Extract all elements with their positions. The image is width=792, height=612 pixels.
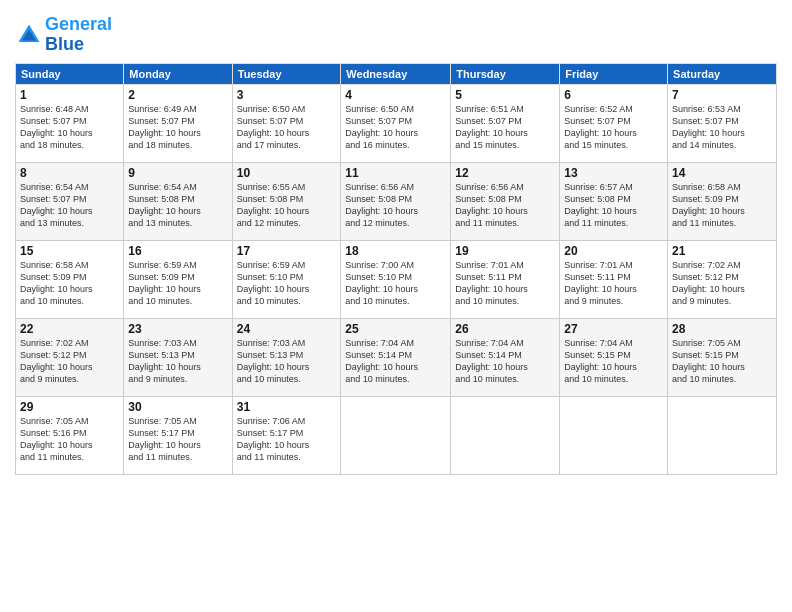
day-detail: Sunrise: 7:04 AM Sunset: 5:14 PM Dayligh… <box>345 337 446 386</box>
day-detail: Sunrise: 6:57 AM Sunset: 5:08 PM Dayligh… <box>564 181 663 230</box>
day-detail: Sunrise: 7:05 AM Sunset: 5:17 PM Dayligh… <box>128 415 227 464</box>
day-number: 23 <box>128 322 227 336</box>
calendar-cell <box>341 396 451 474</box>
calendar-cell: 21Sunrise: 7:02 AM Sunset: 5:12 PM Dayli… <box>668 240 777 318</box>
day-number: 25 <box>345 322 446 336</box>
calendar-cell <box>668 396 777 474</box>
day-detail: Sunrise: 6:59 AM Sunset: 5:10 PM Dayligh… <box>237 259 337 308</box>
day-number: 9 <box>128 166 227 180</box>
day-number: 22 <box>20 322 119 336</box>
logo: General Blue <box>15 15 112 55</box>
day-number: 30 <box>128 400 227 414</box>
day-detail: Sunrise: 6:52 AM Sunset: 5:07 PM Dayligh… <box>564 103 663 152</box>
calendar-cell: 24Sunrise: 7:03 AM Sunset: 5:13 PM Dayli… <box>232 318 341 396</box>
calendar-cell: 1Sunrise: 6:48 AM Sunset: 5:07 PM Daylig… <box>16 84 124 162</box>
calendar-cell: 7Sunrise: 6:53 AM Sunset: 5:07 PM Daylig… <box>668 84 777 162</box>
day-detail: Sunrise: 6:58 AM Sunset: 5:09 PM Dayligh… <box>672 181 772 230</box>
day-number: 20 <box>564 244 663 258</box>
day-number: 14 <box>672 166 772 180</box>
day-number: 1 <box>20 88 119 102</box>
calendar-cell: 20Sunrise: 7:01 AM Sunset: 5:11 PM Dayli… <box>560 240 668 318</box>
day-number: 6 <box>564 88 663 102</box>
calendar-week-1: 1Sunrise: 6:48 AM Sunset: 5:07 PM Daylig… <box>16 84 777 162</box>
day-detail: Sunrise: 7:03 AM Sunset: 5:13 PM Dayligh… <box>128 337 227 386</box>
day-number: 13 <box>564 166 663 180</box>
day-detail: Sunrise: 6:54 AM Sunset: 5:07 PM Dayligh… <box>20 181 119 230</box>
day-detail: Sunrise: 7:01 AM Sunset: 5:11 PM Dayligh… <box>564 259 663 308</box>
calendar-week-3: 15Sunrise: 6:58 AM Sunset: 5:09 PM Dayli… <box>16 240 777 318</box>
day-detail: Sunrise: 6:56 AM Sunset: 5:08 PM Dayligh… <box>345 181 446 230</box>
day-number: 7 <box>672 88 772 102</box>
calendar: SundayMondayTuesdayWednesdayThursdayFrid… <box>15 63 777 475</box>
day-number: 12 <box>455 166 555 180</box>
day-detail: Sunrise: 6:58 AM Sunset: 5:09 PM Dayligh… <box>20 259 119 308</box>
day-number: 24 <box>237 322 337 336</box>
calendar-cell: 3Sunrise: 6:50 AM Sunset: 5:07 PM Daylig… <box>232 84 341 162</box>
calendar-cell: 19Sunrise: 7:01 AM Sunset: 5:11 PM Dayli… <box>451 240 560 318</box>
calendar-header-tuesday: Tuesday <box>232 63 341 84</box>
day-detail: Sunrise: 6:54 AM Sunset: 5:08 PM Dayligh… <box>128 181 227 230</box>
day-detail: Sunrise: 7:03 AM Sunset: 5:13 PM Dayligh… <box>237 337 337 386</box>
calendar-header-row: SundayMondayTuesdayWednesdayThursdayFrid… <box>16 63 777 84</box>
day-detail: Sunrise: 7:06 AM Sunset: 5:17 PM Dayligh… <box>237 415 337 464</box>
calendar-cell: 28Sunrise: 7:05 AM Sunset: 5:15 PM Dayli… <box>668 318 777 396</box>
day-number: 15 <box>20 244 119 258</box>
calendar-cell: 2Sunrise: 6:49 AM Sunset: 5:07 PM Daylig… <box>124 84 232 162</box>
day-detail: Sunrise: 7:00 AM Sunset: 5:10 PM Dayligh… <box>345 259 446 308</box>
calendar-week-2: 8Sunrise: 6:54 AM Sunset: 5:07 PM Daylig… <box>16 162 777 240</box>
calendar-cell: 8Sunrise: 6:54 AM Sunset: 5:07 PM Daylig… <box>16 162 124 240</box>
day-number: 26 <box>455 322 555 336</box>
day-number: 3 <box>237 88 337 102</box>
calendar-cell: 9Sunrise: 6:54 AM Sunset: 5:08 PM Daylig… <box>124 162 232 240</box>
day-detail: Sunrise: 7:01 AM Sunset: 5:11 PM Dayligh… <box>455 259 555 308</box>
calendar-header-sunday: Sunday <box>16 63 124 84</box>
calendar-cell: 16Sunrise: 6:59 AM Sunset: 5:09 PM Dayli… <box>124 240 232 318</box>
calendar-cell: 4Sunrise: 6:50 AM Sunset: 5:07 PM Daylig… <box>341 84 451 162</box>
day-number: 21 <box>672 244 772 258</box>
day-detail: Sunrise: 6:55 AM Sunset: 5:08 PM Dayligh… <box>237 181 337 230</box>
calendar-cell: 10Sunrise: 6:55 AM Sunset: 5:08 PM Dayli… <box>232 162 341 240</box>
header: General Blue <box>15 10 777 55</box>
logo-text: General Blue <box>45 15 112 55</box>
logo-icon <box>15 21 43 49</box>
day-number: 17 <box>237 244 337 258</box>
day-number: 8 <box>20 166 119 180</box>
calendar-week-5: 29Sunrise: 7:05 AM Sunset: 5:16 PM Dayli… <box>16 396 777 474</box>
day-number: 18 <box>345 244 446 258</box>
calendar-cell: 23Sunrise: 7:03 AM Sunset: 5:13 PM Dayli… <box>124 318 232 396</box>
day-number: 16 <box>128 244 227 258</box>
calendar-header-saturday: Saturday <box>668 63 777 84</box>
calendar-cell: 6Sunrise: 6:52 AM Sunset: 5:07 PM Daylig… <box>560 84 668 162</box>
day-detail: Sunrise: 6:50 AM Sunset: 5:07 PM Dayligh… <box>237 103 337 152</box>
day-detail: Sunrise: 6:51 AM Sunset: 5:07 PM Dayligh… <box>455 103 555 152</box>
calendar-cell <box>560 396 668 474</box>
day-detail: Sunrise: 7:05 AM Sunset: 5:16 PM Dayligh… <box>20 415 119 464</box>
day-detail: Sunrise: 6:56 AM Sunset: 5:08 PM Dayligh… <box>455 181 555 230</box>
calendar-header-thursday: Thursday <box>451 63 560 84</box>
day-number: 29 <box>20 400 119 414</box>
day-detail: Sunrise: 6:48 AM Sunset: 5:07 PM Dayligh… <box>20 103 119 152</box>
calendar-week-4: 22Sunrise: 7:02 AM Sunset: 5:12 PM Dayli… <box>16 318 777 396</box>
calendar-cell: 17Sunrise: 6:59 AM Sunset: 5:10 PM Dayli… <box>232 240 341 318</box>
calendar-header-friday: Friday <box>560 63 668 84</box>
day-number: 27 <box>564 322 663 336</box>
calendar-cell <box>451 396 560 474</box>
day-detail: Sunrise: 6:59 AM Sunset: 5:09 PM Dayligh… <box>128 259 227 308</box>
day-number: 5 <box>455 88 555 102</box>
day-detail: Sunrise: 6:53 AM Sunset: 5:07 PM Dayligh… <box>672 103 772 152</box>
day-detail: Sunrise: 6:50 AM Sunset: 5:07 PM Dayligh… <box>345 103 446 152</box>
calendar-cell: 11Sunrise: 6:56 AM Sunset: 5:08 PM Dayli… <box>341 162 451 240</box>
calendar-cell: 29Sunrise: 7:05 AM Sunset: 5:16 PM Dayli… <box>16 396 124 474</box>
calendar-cell: 18Sunrise: 7:00 AM Sunset: 5:10 PM Dayli… <box>341 240 451 318</box>
calendar-cell: 12Sunrise: 6:56 AM Sunset: 5:08 PM Dayli… <box>451 162 560 240</box>
day-detail: Sunrise: 7:04 AM Sunset: 5:15 PM Dayligh… <box>564 337 663 386</box>
day-number: 11 <box>345 166 446 180</box>
day-number: 19 <box>455 244 555 258</box>
calendar-header-monday: Monday <box>124 63 232 84</box>
day-number: 2 <box>128 88 227 102</box>
page: General Blue SundayMondayTuesdayWednesda… <box>0 0 792 612</box>
day-detail: Sunrise: 6:49 AM Sunset: 5:07 PM Dayligh… <box>128 103 227 152</box>
calendar-cell: 22Sunrise: 7:02 AM Sunset: 5:12 PM Dayli… <box>16 318 124 396</box>
calendar-cell: 15Sunrise: 6:58 AM Sunset: 5:09 PM Dayli… <box>16 240 124 318</box>
day-detail: Sunrise: 7:04 AM Sunset: 5:14 PM Dayligh… <box>455 337 555 386</box>
